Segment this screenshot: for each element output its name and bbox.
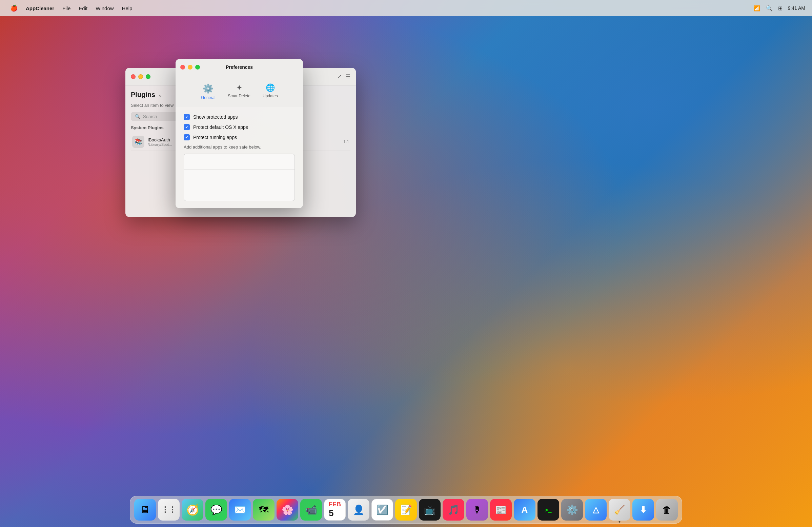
controls-icon[interactable]: ⊞ bbox=[778, 5, 783, 12]
preferences-window: Preferences ⚙️ General ✦ SmartDelete 🌐 U… bbox=[176, 59, 303, 208]
search-placeholder: Search bbox=[143, 114, 157, 119]
dock-item-calendar[interactable]: FEB5 bbox=[324, 499, 346, 521]
protect-running-label: Protect running apps bbox=[193, 134, 237, 140]
tab-smartdelete[interactable]: ✦ SmartDelete bbox=[222, 81, 257, 103]
prefs-minimize-button[interactable] bbox=[188, 65, 192, 70]
traffic-lights bbox=[131, 74, 150, 79]
safe-app-row-2 bbox=[184, 170, 294, 185]
apple-menu[interactable]: 🍎 bbox=[7, 3, 21, 13]
dock-item-reminders[interactable]: ☑️ bbox=[372, 499, 393, 521]
safe-app-row-3 bbox=[184, 185, 294, 201]
maps-icon: 🗺 bbox=[259, 504, 269, 515]
add-apps-hint: Add additional apps to keep safe below. bbox=[184, 144, 295, 149]
safe-app-row-1 bbox=[184, 154, 294, 170]
messages-icon: 💬 bbox=[211, 504, 222, 515]
checkbox-protect-running[interactable] bbox=[184, 134, 190, 140]
news-icon: 📰 bbox=[495, 504, 507, 515]
checkbox-row-protect-osx: Protect default OS X apps bbox=[184, 124, 295, 130]
altstore-icon: △ bbox=[593, 505, 599, 514]
launchpad-icon: ⋮⋮ bbox=[161, 505, 176, 514]
protect-osx-label: Protect default OS X apps bbox=[193, 125, 248, 130]
dock-item-music[interactable]: 🎵 bbox=[443, 499, 464, 521]
show-protected-label: Show protected apps bbox=[193, 114, 238, 120]
app-icon-ibooks: 📚 bbox=[132, 136, 144, 148]
safari-icon: 🧭 bbox=[186, 504, 199, 516]
dock-item-podcasts[interactable]: 🎙 bbox=[466, 499, 488, 521]
checkbox-protect-osx[interactable] bbox=[184, 124, 190, 130]
tab-general[interactable]: ⚙️ General bbox=[194, 81, 222, 103]
appcleaner-dock-icon: 🧹 bbox=[614, 504, 625, 515]
prefs-titlebar: Preferences bbox=[176, 59, 303, 75]
appcleaner-running-dot bbox=[619, 521, 621, 523]
calendar-icon: FEB5 bbox=[329, 501, 341, 518]
search-icon[interactable]: 🔍 bbox=[766, 5, 773, 12]
dock-item-messages[interactable]: 💬 bbox=[205, 499, 227, 521]
dock-item-notes[interactable]: 📝 bbox=[395, 499, 417, 521]
dock-item-terminal[interactable]: >_ bbox=[537, 499, 559, 521]
music-icon: 🎵 bbox=[448, 504, 460, 515]
menu-window[interactable]: Window bbox=[92, 4, 117, 13]
dock-item-appstore[interactable]: A bbox=[514, 499, 535, 521]
reminders-icon: ☑️ bbox=[377, 504, 388, 515]
dock-item-maps[interactable]: 🗺 bbox=[253, 499, 275, 521]
plugins-dropdown-icon[interactable]: ⌄ bbox=[158, 91, 162, 98]
wifi-icon[interactable]: 📶 bbox=[754, 5, 760, 12]
checkbox-show-protected[interactable] bbox=[184, 114, 190, 120]
checkbox-row-protect-running: Protect running apps bbox=[184, 134, 295, 140]
updates-tab-icon: 🌐 bbox=[266, 83, 275, 92]
prefs-content: Show protected apps Protect default OS X… bbox=[176, 107, 303, 208]
podcasts-icon: 🎙 bbox=[473, 504, 482, 515]
contacts-icon: 👤 bbox=[353, 504, 365, 515]
app-version-ibooks: 1.1 bbox=[343, 139, 349, 144]
prefs-close-button[interactable] bbox=[180, 65, 185, 70]
general-tab-icon: ⚙️ bbox=[203, 83, 214, 94]
menubar-right: 📶 🔍 ⊞ 9:41 AM bbox=[754, 5, 805, 12]
dock-item-appletv[interactable]: 📺 bbox=[419, 499, 440, 521]
prefs-title: Preferences bbox=[226, 65, 253, 70]
list-icon[interactable]: ☰ bbox=[346, 73, 350, 80]
fullscreen-icon[interactable]: ⤢ bbox=[337, 73, 342, 80]
trash-icon: 🗑 bbox=[662, 504, 672, 515]
prefs-traffic-lights bbox=[180, 65, 200, 70]
dock-item-trash[interactable]: 🗑 bbox=[656, 499, 678, 521]
smartdelete-tab-icon: ✦ bbox=[236, 83, 242, 92]
dock-item-photos[interactable]: 🌸 bbox=[277, 499, 298, 521]
desktop-background bbox=[0, 0, 812, 527]
dock-item-altstore[interactable]: △ bbox=[585, 499, 607, 521]
notes-icon: 📝 bbox=[400, 504, 412, 515]
dock-item-appcleaner[interactable]: 🧹 bbox=[609, 499, 630, 521]
safe-apps-list bbox=[184, 154, 295, 201]
search-bar-icon: 🔍 bbox=[135, 114, 140, 119]
minimize-button[interactable] bbox=[138, 74, 143, 79]
menu-help[interactable]: Help bbox=[119, 4, 136, 13]
close-button[interactable] bbox=[131, 74, 135, 79]
dock-item-news[interactable]: 📰 bbox=[490, 499, 512, 521]
dock-item-safari[interactable]: 🧭 bbox=[182, 499, 203, 521]
dock-item-sysprefs[interactable]: ⚙️ bbox=[561, 499, 583, 521]
tab-updates[interactable]: 🌐 Updates bbox=[257, 81, 284, 103]
plugins-title: Plugins bbox=[131, 91, 155, 99]
dock-item-downloads[interactable]: ⬇ bbox=[633, 499, 654, 521]
prefs-tab-bar: ⚙️ General ✦ SmartDelete 🌐 Updates bbox=[176, 75, 303, 107]
updates-tab-label: Updates bbox=[263, 94, 278, 98]
menu-file[interactable]: File bbox=[59, 4, 74, 13]
appletv-icon: 📺 bbox=[424, 504, 436, 515]
menu-edit[interactable]: Edit bbox=[75, 4, 91, 13]
photos-icon: 🌸 bbox=[281, 504, 293, 515]
dock-item-facetime[interactable]: 📹 bbox=[300, 499, 322, 521]
prefs-maximize-button[interactable] bbox=[195, 65, 200, 70]
dock-item-finder[interactable]: 🖥 bbox=[134, 499, 156, 521]
dock-item-launchpad[interactable]: ⋮⋮ bbox=[158, 499, 179, 521]
dock-item-contacts[interactable]: 👤 bbox=[348, 499, 369, 521]
dock-item-mail[interactable]: ✉️ bbox=[229, 499, 251, 521]
time-display: 9:41 AM bbox=[788, 5, 805, 11]
downloads-icon: ⬇ bbox=[639, 504, 647, 515]
mail-icon: ✉️ bbox=[234, 504, 246, 515]
menu-appcleaner[interactable]: AppCleaner bbox=[23, 4, 58, 13]
menubar: 🍎 AppCleaner File Edit Window Help 📶 🔍 ⊞… bbox=[0, 0, 812, 16]
appstore-icon: A bbox=[522, 504, 528, 515]
maximize-button[interactable] bbox=[146, 74, 150, 79]
terminal-icon: >_ bbox=[545, 507, 551, 513]
prefs-bottom-toolbar: + − bbox=[176, 208, 303, 208]
dock: 🖥 ⋮⋮ 🧭 💬 ✉️ 🗺 🌸 📹 FEB5 👤 ☑️ 📝 📺 bbox=[130, 496, 682, 524]
